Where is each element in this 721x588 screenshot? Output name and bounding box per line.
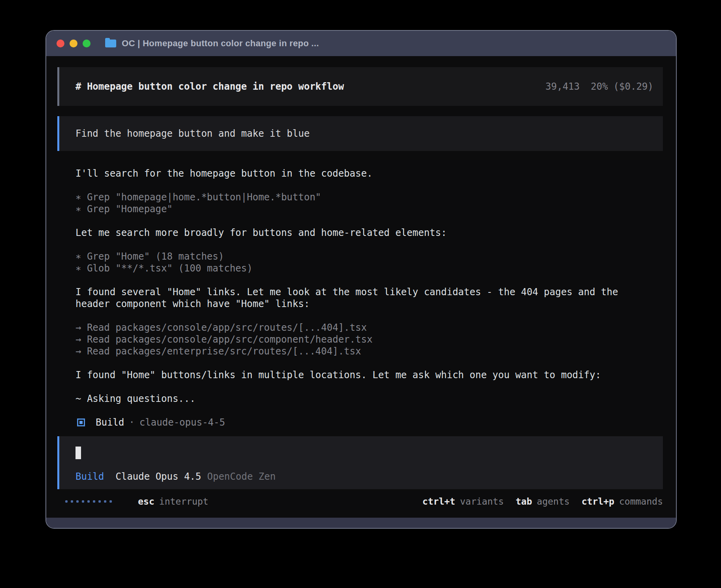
shortcut-label: variants <box>460 496 504 507</box>
window-title: OC | Homepage button color change in rep… <box>122 38 319 49</box>
assistant-text-line: I'll search for the homepage button in t… <box>75 168 663 179</box>
tool-call-line: ∗ Grep "Homepage" <box>75 203 663 215</box>
terminal-window: OC | Homepage button color change in rep… <box>45 30 677 529</box>
status-bar-left: escinterrupt <box>65 496 208 507</box>
folder-icon <box>105 40 116 47</box>
status-bar: escinterrupt ctrl+tvariants tabagents ct… <box>57 496 663 507</box>
shortcut-label: commands <box>619 496 663 507</box>
agent-model: claude-opus-4-5 <box>140 416 225 428</box>
tool-call-group: → Read packages/console/app/src/routes/[… <box>75 322 663 357</box>
assistant-text-line: Let me search more broadly for buttons a… <box>75 227 663 239</box>
session-header: # Homepage button color change in repo w… <box>57 67 663 106</box>
shortcut-agents: tabagents <box>515 496 570 507</box>
agent-name: Build <box>96 416 124 428</box>
shortcut-variants: ctrl+tvariants <box>423 496 504 507</box>
tool-call-line: → Read packages/console/app/src/routes/[… <box>75 322 663 334</box>
minimize-button[interactable] <box>70 40 77 47</box>
input-provider: OpenCode Zen <box>207 471 276 482</box>
close-button[interactable] <box>57 40 64 47</box>
window-bottom-edge <box>46 518 676 528</box>
shortcut-label: interrupt <box>159 496 209 507</box>
tool-call-line: → Read packages/enterprise/src/routes/[.… <box>75 345 663 357</box>
assistant-message: I found several "Home" links. Let me loo… <box>75 286 663 310</box>
assistant-text-line: I found "Home" buttons/links in multiple… <box>75 369 663 381</box>
shortcut-key: tab <box>515 496 532 507</box>
assistant-message: Let me search more broadly for buttons a… <box>75 227 663 239</box>
shortcut-commands: ctrl+pcommands <box>581 496 663 507</box>
tool-call-line: ∗ Glob "**/*.tsx" (100 matches) <box>75 262 663 274</box>
assistant-status-line: ~ Asking questions... <box>75 393 663 405</box>
assistant-text-line: I found several "Home" links. Let me loo… <box>75 286 663 298</box>
window-titlebar[interactable]: OC | Homepage button color change in rep… <box>46 31 676 56</box>
assistant-message: I found "Home" buttons/links in multiple… <box>75 369 663 381</box>
prompt-input[interactable]: Build Claude Opus 4.5 OpenCode Zen <box>57 436 663 489</box>
status-bar-right: ctrl+tvariants tabagents ctrl+pcommands <box>423 496 663 507</box>
tool-call-line: ∗ Grep "Home" (18 matches) <box>75 251 663 262</box>
input-model[interactable]: Claude Opus 4.5 <box>115 471 201 482</box>
user-message: Find the homepage button and make it blu… <box>57 116 663 151</box>
shortcut-label: agents <box>537 496 570 507</box>
shortcut-key: esc <box>138 496 155 507</box>
session-title: # Homepage button color change in repo w… <box>75 81 344 92</box>
assistant-working-status: ~ Asking questions... <box>75 393 663 405</box>
input-meta-row: Build Claude Opus 4.5 OpenCode Zen <box>75 471 663 482</box>
spinner-dots-icon <box>65 500 115 503</box>
terminal-content: # Homepage button color change in repo w… <box>46 56 676 518</box>
dot-separator: · <box>129 416 134 428</box>
context-percent: 20% <box>591 81 608 92</box>
agent-build-icon <box>77 418 85 426</box>
agent-status-line: Build · claude-opus-4-5 <box>75 416 663 428</box>
assistant-message: I'll search for the homepage button in t… <box>75 168 663 179</box>
conversation: I'll search for the homepage button in t… <box>57 168 663 428</box>
zoom-button[interactable] <box>83 40 91 47</box>
tool-call-group: ∗ Grep "Home" (18 matches) ∗ Glob "**/*.… <box>75 251 663 274</box>
shortcut-interrupt: escinterrupt <box>138 496 208 507</box>
token-count: 39,413 <box>545 81 580 92</box>
shortcut-key: ctrl+p <box>581 496 614 507</box>
assistant-text-line: header component which have "Home" links… <box>75 298 663 310</box>
session-cost: ($0.29) <box>613 81 653 92</box>
shortcut-key: ctrl+t <box>423 496 455 507</box>
user-message-text: Find the homepage button and make it blu… <box>75 128 310 139</box>
text-cursor <box>75 447 81 459</box>
tool-call-line: → Read packages/console/app/src/componen… <box>75 334 663 345</box>
input-agent-mode[interactable]: Build <box>75 471 104 482</box>
session-stats: 39,41320%($0.29) <box>500 69 653 104</box>
tool-call-line: ∗ Grep "homepage|home.*button|Home.*butt… <box>75 191 663 203</box>
tool-call-group: ∗ Grep "homepage|home.*button|Home.*butt… <box>75 191 663 215</box>
